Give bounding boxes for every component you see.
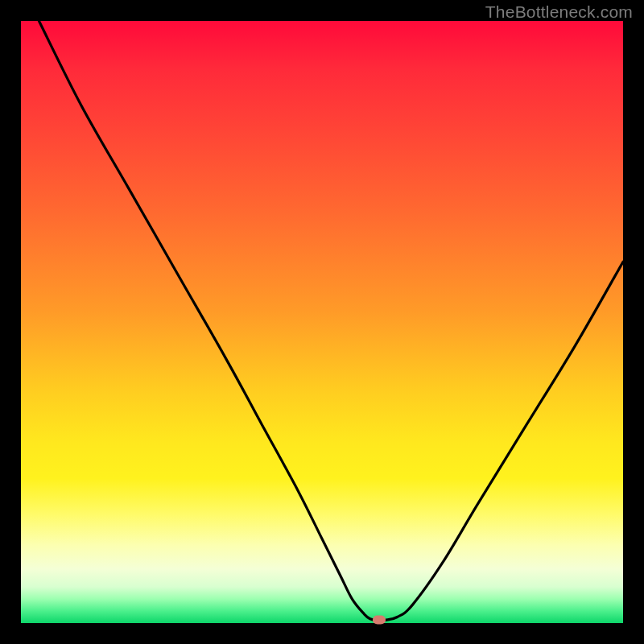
watermark-text: TheBottleneck.com [485,2,633,22]
chart-stage: TheBottleneck.com [0,0,644,644]
plot-area [21,21,623,623]
bottleneck-curve [21,21,623,623]
optimal-point-marker [373,615,386,624]
